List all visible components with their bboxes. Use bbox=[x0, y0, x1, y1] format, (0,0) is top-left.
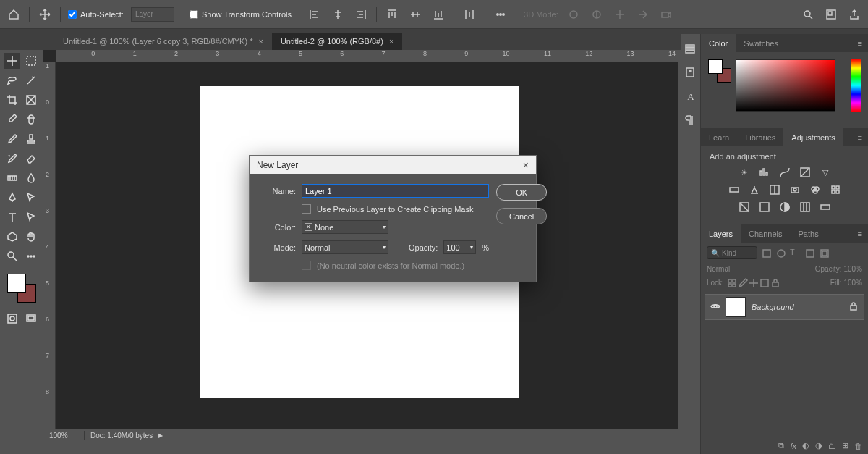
color-balance-icon[interactable] bbox=[747, 184, 762, 196]
clipping-mask-checkbox[interactable] bbox=[302, 204, 311, 214]
eraser-tool[interactable] bbox=[23, 151, 38, 167]
ok-button[interactable]: OK bbox=[496, 184, 547, 201]
close-icon[interactable]: × bbox=[389, 37, 393, 46]
screen-mode-icon[interactable] bbox=[23, 311, 38, 327]
history-brush-tool[interactable] bbox=[4, 151, 20, 167]
delete-layer-icon[interactable]: 🗑 bbox=[854, 442, 862, 450]
crop-tool[interactable] bbox=[4, 92, 20, 108]
tab-layers[interactable]: Layers bbox=[701, 224, 741, 243]
blend-mode-dropdown[interactable]: Normal bbox=[707, 265, 761, 273]
share-icon[interactable] bbox=[846, 7, 862, 22]
photo-filter-icon[interactable] bbox=[788, 184, 802, 196]
lock-all-icon[interactable] bbox=[770, 277, 780, 288]
color-swatch[interactable] bbox=[7, 274, 36, 303]
filter-smart-icon[interactable] bbox=[819, 248, 830, 258]
filter-shape-icon[interactable] bbox=[804, 248, 815, 258]
edit-toolbar[interactable] bbox=[23, 248, 38, 264]
auto-select-checkbox[interactable]: Auto-Select: bbox=[68, 10, 124, 19]
layer-thumbnail[interactable] bbox=[726, 297, 746, 317]
dialog-titlebar[interactable]: New Layer × bbox=[250, 156, 536, 174]
lock-pixels-icon[interactable] bbox=[726, 277, 737, 288]
shape-tool[interactable] bbox=[4, 229, 20, 245]
paragraph-panel-icon[interactable] bbox=[684, 114, 697, 127]
move-tool-icon[interactable] bbox=[37, 7, 53, 22]
adjustment-layer-icon[interactable]: ◑ bbox=[815, 441, 822, 450]
show-transform-checkbox[interactable]: Show Transform Controls bbox=[190, 10, 292, 19]
filter-adj-icon[interactable] bbox=[775, 248, 786, 258]
tab-adjustments[interactable]: Adjustments bbox=[783, 128, 843, 146]
ruler-horizontal[interactable]: 01234567891011121314 bbox=[56, 50, 678, 62]
opacity-value[interactable]: 100% bbox=[843, 265, 862, 273]
panel-menu-icon[interactable]: ≡ bbox=[852, 39, 868, 48]
align-left-icon[interactable] bbox=[307, 7, 323, 22]
magic-wand-tool[interactable] bbox=[23, 72, 38, 88]
cancel-button[interactable]: Cancel bbox=[496, 208, 547, 224]
levels-icon[interactable] bbox=[757, 167, 772, 178]
curves-icon[interactable] bbox=[778, 167, 792, 178]
mode-dropdown[interactable]: Normal▾ bbox=[302, 240, 388, 254]
brush-tool[interactable] bbox=[4, 131, 20, 147]
hue-slider[interactable] bbox=[851, 59, 861, 112]
color-dropdown[interactable]: ✕None▾ bbox=[302, 220, 388, 234]
stamp-tool[interactable] bbox=[23, 131, 38, 147]
hand-tool[interactable] bbox=[23, 229, 38, 245]
lasso-tool[interactable] bbox=[4, 72, 20, 88]
ruler-vertical[interactable]: 1012345678 bbox=[43, 62, 56, 429]
distribute-icon[interactable] bbox=[461, 7, 477, 22]
align-center-v-icon[interactable] bbox=[407, 7, 423, 22]
align-center-h-icon[interactable] bbox=[330, 7, 346, 22]
doc-tab-2[interactable]: Untitled-2 @ 100% (RGB/8#) × bbox=[272, 33, 402, 50]
group-icon[interactable]: 🗀 bbox=[828, 442, 836, 450]
tab-libraries[interactable]: Libraries bbox=[737, 128, 783, 146]
opacity-field[interactable]: 100▾ bbox=[443, 240, 476, 254]
doc-tab-1[interactable]: Untitled-1 @ 100% (Layer 6 copy 3, RGB/8… bbox=[54, 33, 272, 50]
lock-icon[interactable] bbox=[848, 300, 859, 314]
link-layers-icon[interactable]: ⧉ bbox=[778, 441, 784, 450]
posterize-icon[interactable] bbox=[757, 201, 772, 213]
hue-icon[interactable] bbox=[727, 184, 741, 196]
filter-type-icon[interactable]: T bbox=[790, 248, 801, 258]
new-layer-icon[interactable]: ⊞ bbox=[842, 441, 848, 450]
visibility-icon[interactable] bbox=[710, 300, 720, 314]
channel-mixer-icon[interactable] bbox=[808, 184, 822, 196]
exposure-icon[interactable] bbox=[798, 167, 812, 178]
filter-kind-dropdown[interactable]: 🔍 Kind bbox=[707, 246, 757, 259]
lock-move-icon[interactable] bbox=[748, 277, 759, 288]
close-icon[interactable]: × bbox=[258, 37, 263, 46]
layer-mask-icon[interactable]: ◐ bbox=[802, 441, 809, 450]
color-picker[interactable] bbox=[736, 59, 835, 112]
align-top-icon[interactable] bbox=[384, 7, 400, 22]
fill-value[interactable]: 100% bbox=[843, 279, 862, 287]
marquee-tool[interactable] bbox=[23, 53, 38, 69]
zoom-level[interactable]: 100% bbox=[49, 432, 78, 440]
type-tool[interactable] bbox=[4, 209, 20, 225]
threshold-icon[interactable] bbox=[778, 201, 792, 213]
arrange-icon[interactable] bbox=[823, 7, 839, 22]
healing-tool[interactable] bbox=[23, 112, 38, 127]
selective-color-icon[interactable] bbox=[798, 201, 812, 213]
pen-tool[interactable] bbox=[4, 190, 20, 206]
color-swatch-mini[interactable] bbox=[708, 59, 731, 83]
brightness-icon[interactable]: ☀ bbox=[737, 167, 752, 178]
properties-panel-icon[interactable] bbox=[684, 67, 697, 80]
filter-pixel-icon[interactable] bbox=[761, 248, 772, 258]
color-lookup-icon[interactable] bbox=[828, 184, 843, 196]
frame-tool[interactable] bbox=[23, 92, 38, 108]
move-tool[interactable] bbox=[4, 53, 20, 69]
blur-tool[interactable] bbox=[23, 170, 38, 186]
quick-mask-icon[interactable] bbox=[4, 311, 20, 327]
align-bottom-icon[interactable] bbox=[430, 7, 446, 22]
panel-menu-icon[interactable]: ≡ bbox=[852, 133, 868, 142]
bw-icon[interactable] bbox=[767, 184, 782, 196]
layer-fx-icon[interactable]: fx bbox=[790, 442, 796, 450]
path-selection-tool[interactable] bbox=[23, 209, 38, 225]
vibrance-icon[interactable]: ▽ bbox=[818, 167, 833, 178]
panel-menu-icon[interactable]: ≡ bbox=[852, 230, 868, 238]
tab-learn[interactable]: Learn bbox=[701, 128, 737, 146]
auto-select-dropdown[interactable]: Layer bbox=[131, 7, 174, 22]
tab-color[interactable]: Color bbox=[701, 34, 736, 52]
more-options-icon[interactable] bbox=[493, 7, 509, 22]
lock-position-icon[interactable] bbox=[737, 277, 748, 288]
eyedropper-tool[interactable] bbox=[4, 112, 20, 127]
close-icon[interactable]: × bbox=[523, 159, 529, 171]
